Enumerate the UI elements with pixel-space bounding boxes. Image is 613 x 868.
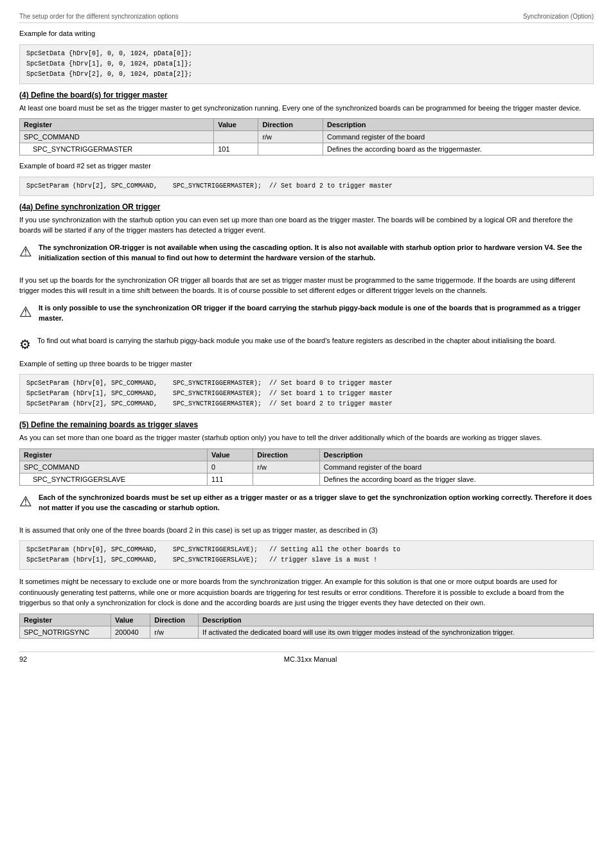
note1-text: To find out what board is carrying the s… [37,335,556,346]
section4a-title: (4a) Define synchronization OR trigger [19,202,594,211]
cell: r/w [258,131,323,143]
code-block-4: SpcSetParam (hDrv[0], SPC_COMMAND, SPC_S… [19,540,594,570]
table2-header-direction: Direction [253,448,320,461]
gear-icon: ⚙ [19,337,31,352]
section4a-text1: If you use synchronization with the star… [19,215,594,236]
cell: Command register of the board [323,131,593,143]
alert1-text: The synchronization OR-trigger is not av… [39,242,594,263]
table-row: SPC_COMMAND r/w Command register of the … [20,131,594,143]
table2-header-value: Value [208,448,253,461]
cell: 101 [214,143,258,155]
footer-center: MC.31xx Manual [284,655,337,663]
table3-header-direction: Direction [150,614,199,626]
table1-header-value: Value [214,119,258,131]
code-block-2: SpcSetParam (hDrv[2], SPC_COMMAND, SPC_S… [19,177,594,196]
cell: Defines the according board as the trigg… [319,473,593,485]
cell: SPC_SYNCTRIGGERMASTER [20,143,214,155]
table1-header-direction: Direction [258,119,323,131]
table1-header-description: Description [323,119,593,131]
section4a-text2: If you set up the boards for the synchro… [19,275,594,296]
table3-header-value: Value [111,614,150,626]
example1-label: Example of board #2 set as trigger maste… [19,161,594,172]
page-footer: 92 MC.31xx Manual [19,651,594,663]
cell: Defines the according board as the trigg… [323,143,593,155]
table-row: SPC_SYNCTRIGGERSLAVE 111 Defines the acc… [20,473,594,485]
cell [258,143,323,155]
cell: 111 [208,473,253,485]
header-right: Synchronization (Option) [523,13,594,20]
section4-title: (4) Define the board(s) for trigger mast… [19,91,594,100]
example2-label: Example of setting up three boards to be… [19,359,594,369]
table3: Register Value Direction Description SPC… [19,614,594,639]
section5-text: As you can set more than one board as th… [19,432,594,443]
table-row: SPC_NOTRIGSYNC 200040 r/w If activated t… [20,626,594,638]
cell [253,473,320,485]
alert-box-3: ⚠ Each of the synchronized boards must b… [19,492,594,518]
table3-header-description: Description [199,614,594,626]
page-header: The setup order for the different synchr… [19,13,594,23]
cell: If activated the dedicated board will us… [199,626,594,638]
alert-box-1: ⚠ The synchronization OR-trigger is not … [19,242,594,269]
section5-text3: It sometimes might be necessary to exclu… [19,576,594,608]
header-left: The setup order for the different synchr… [19,13,179,20]
cell: 0 [208,461,253,473]
cell: 200040 [111,626,150,638]
cell: r/w [150,626,199,638]
code-block-3: SpcSetParam (hDrv[0], SPC_COMMAND, SPC_S… [19,374,594,414]
note-box-1: ⚙ To find out what board is carrying the… [19,335,594,352]
table1-header-register: Register [20,119,214,131]
cell [214,131,258,143]
cell: SPC_COMMAND [20,131,214,143]
intro-label: Example for data writing [19,28,594,39]
cell: r/w [253,461,320,473]
table2-header-description: Description [319,448,593,461]
alert2-text: It is only possible to use the synchroni… [39,303,594,324]
table2-header-register: Register [20,448,208,461]
footer-page: 92 [19,655,27,663]
code-block-1: SpcSetData {hDrv[0], 0, 0, 1024, pData[0… [19,44,594,84]
cell: SPC_SYNCTRIGGERSLAVE [20,473,208,485]
warning-icon: ⚠ [19,244,32,260]
warning-icon-2: ⚠ [19,304,32,321]
table-row: SPC_COMMAND 0 r/w Command register of th… [20,461,594,473]
alert3-text: Each of the synchronized boards must be … [39,492,594,513]
table-row: SPC_SYNCTRIGGERMASTER 101 Defines the ac… [20,143,594,155]
section5-title: (5) Define the remaining boards as trigg… [19,420,594,429]
table1: Register Value Direction Description SPC… [19,118,594,155]
cell: SPC_NOTRIGSYNC [20,626,111,638]
alert-box-2: ⚠ It is only possible to use the synchro… [19,303,594,329]
section4-text: At least one board must be set as the tr… [19,103,594,114]
table3-header-register: Register [20,614,111,626]
warning-icon-3: ⚠ [19,493,32,510]
cell: SPC_COMMAND [20,461,208,473]
cell: Command register of the board [319,461,593,473]
table2: Register Value Direction Description SPC… [19,448,594,486]
section5-text2: It is assumed that only one of the three… [19,525,594,536]
